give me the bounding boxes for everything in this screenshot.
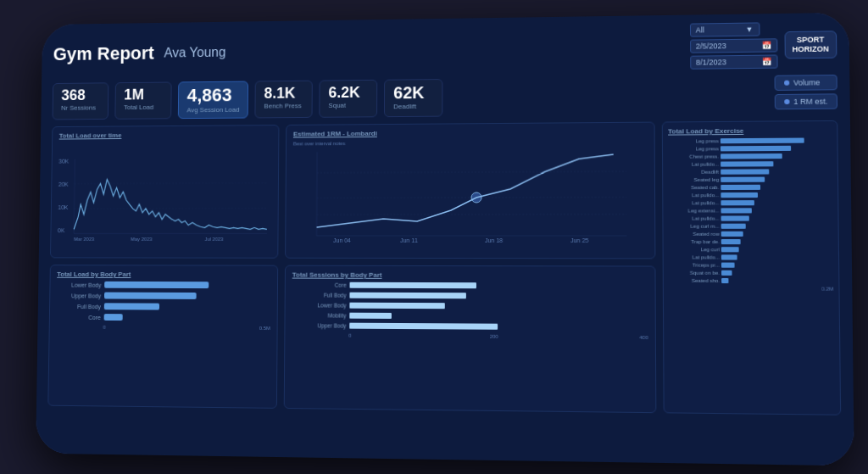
exercise-load-chart: Total Load by Exercise Leg press Leg pre…: [662, 120, 841, 415]
ex-bar-fill: [721, 192, 758, 197]
svg-text:Jun 11: Jun 11: [400, 237, 418, 243]
bodypart-bar-row: Core: [56, 313, 270, 321]
ex-bar-label: Lat pulldo...: [668, 200, 719, 205]
exercise-bars-container: Leg press Leg press Chest press. Lat pul…: [668, 137, 833, 283]
ex-bar-fill: [721, 231, 743, 236]
sess-x-0: 0: [348, 332, 351, 337]
ex-bar-label: Leg press: [668, 146, 719, 151]
exercise-bar-row: Trap bar de.: [669, 239, 833, 244]
ex-bar-fill: [721, 277, 728, 282]
exercise-bar-row: Seated row: [669, 231, 833, 236]
kpi-value-deadlift: 62K: [393, 84, 434, 101]
user-name: Ava Young: [164, 44, 225, 59]
kpi-value-squat: 6.2K: [329, 84, 369, 99]
ex-bar-label: Seated cab.: [668, 184, 719, 189]
ex-bar-fill: [721, 161, 773, 166]
sess-bar-fill: [349, 302, 444, 309]
bodypart-bar-row: Upper Body: [57, 292, 270, 299]
bodypart-bar-row: Lower Body: [57, 281, 270, 288]
sessions-bar-row: Upper Body: [292, 322, 648, 331]
date-end[interactable]: 8/1/2023 📅: [690, 54, 777, 69]
exercise-bar-row: Leg curl m...: [669, 223, 833, 228]
kpi-avg: 4,863 Avg Session Load: [178, 81, 249, 119]
kpi-label-bench: Bench Press: [264, 102, 303, 109]
ex-bar-label: Leg press: [668, 138, 719, 143]
kpi-row: 368 Nr Sessions 1M Total Load 4,863 Avg …: [53, 74, 838, 119]
sess-bar-fill: [349, 292, 465, 298]
exercise-bar-row: Squat on be.: [669, 270, 833, 276]
ex-bar-label: Seated row: [669, 231, 720, 236]
kpi-value-sessions: 368: [61, 87, 100, 103]
bp-bar-label: Lower Body: [57, 282, 101, 287]
ex-bar-fill: [721, 145, 791, 151]
sess-bar-label: Core: [292, 282, 347, 287]
exercise-bar-row: Lat pulldo...: [669, 254, 833, 259]
bodypart-title: Total Load by Body Part: [57, 270, 270, 278]
ex-bar-fill: [721, 184, 760, 189]
exercise-bar-row: Chest press.: [668, 153, 832, 159]
bodypart-bars-container: Lower Body Upper Body Full Body Core: [56, 281, 270, 321]
rm-chart: Estimated 1RM - Lombardi Best over inter…: [285, 121, 655, 259]
exercise-x-label: 0.2M: [669, 285, 833, 291]
bodypart-load-chart: Total Load by Body Part Lower Body Upper…: [47, 265, 278, 409]
exercise-bar-row: Lat pulldo...: [668, 160, 832, 166]
exercise-bar-row: Leg press: [668, 137, 832, 143]
svg-text:30K: 30K: [58, 158, 69, 164]
load-line-svg: 30K 20K 10K 0K Mar 2023 May 2023 Jul 202…: [58, 149, 272, 241]
ex-bar-label: Lat pulldo...: [668, 161, 719, 166]
ex-bar-label: Seated leg: [668, 176, 719, 181]
rm-dot: [785, 98, 790, 103]
dashboard: Gym Report Ava Young All ▼ 2/5/2023 📅 8/…: [36, 12, 854, 466]
ex-bar-label: Seated sho.: [669, 277, 720, 282]
ex-bar-label: Lat pulldo...: [668, 192, 719, 198]
ex-bar-fill: [721, 169, 769, 174]
volume-dot: [785, 80, 790, 85]
svg-line-4: [74, 159, 75, 233]
kpi-label-sessions: Nr Sessions: [61, 103, 100, 111]
exercise-bar-row: Deadlift: [668, 169, 832, 175]
bodypart-bar-row: Full Body: [57, 303, 270, 310]
kpi-deadlift: 62K Deadlift: [384, 79, 442, 117]
svg-text:10K: 10K: [58, 204, 68, 210]
ex-bar-label: Triceps pr...: [669, 262, 720, 267]
bp-bar-fill: [104, 303, 159, 309]
ex-bar-label: Lat pulldo...: [669, 215, 720, 220]
date-start[interactable]: 2/5/2023 📅: [690, 38, 777, 53]
bp-bar-label: Full Body: [57, 303, 101, 309]
svg-text:May 2023: May 2023: [131, 237, 153, 242]
rm-toggle[interactable]: 1 RM est.: [775, 93, 837, 109]
sessions-bars-container: Core Full Body Lower Body Mobility Upper…: [292, 282, 648, 330]
kpi-value-load: 1M: [124, 86, 163, 102]
sess-bar-label: Upper Body: [292, 322, 346, 328]
sess-bar-label: Mobility: [292, 312, 346, 318]
app-title: Gym Report: [53, 42, 155, 65]
bp-x-max: 0.5M: [259, 325, 270, 330]
exercise-bar-row: Lat pulldo...: [668, 192, 832, 198]
ex-bar-label: Lat pulldo...: [669, 254, 720, 259]
exercise-bar-row: Leg press: [668, 145, 832, 151]
ex-bar-fill: [721, 153, 782, 159]
kpi-label-avg: Avg Session Load: [186, 105, 239, 113]
rm-chart-title: Estimated 1RM - Lombardi: [293, 127, 648, 137]
toggle-buttons: Volume 1 RM est.: [775, 74, 837, 113]
volume-toggle[interactable]: Volume: [775, 74, 837, 90]
ex-bar-label: Chest press.: [668, 153, 719, 159]
svg-text:20K: 20K: [58, 181, 69, 187]
header: Gym Report Ava Young All ▼ 2/5/2023 📅 8/…: [53, 21, 837, 76]
filter-dropdown[interactable]: All ▼: [689, 22, 760, 36]
sess-x-200: 200: [490, 333, 498, 338]
kpi-label-deadlift: Deadlift: [393, 102, 434, 109]
ex-bar-label: Leg curl: [669, 247, 720, 252]
svg-text:Jun 25: Jun 25: [570, 237, 589, 243]
exercise-bar-row: Seated sho.: [669, 277, 833, 283]
kpi-bench: 8.1K Bench Press: [255, 80, 313, 118]
kpi-load: 1M Total Load: [114, 81, 171, 119]
ex-bar-fill: [721, 247, 739, 252]
exercise-bar-row: Lat pulldo...: [668, 199, 832, 205]
rm-chart-subtitle: Best over interval notes: [293, 138, 648, 146]
svg-line-15: [317, 214, 627, 215]
bp-bar-label: Core: [56, 314, 100, 320]
load-chart-title: Total Load over time: [59, 130, 272, 139]
svg-line-11: [316, 152, 317, 236]
bp-bar-fill: [104, 314, 123, 321]
